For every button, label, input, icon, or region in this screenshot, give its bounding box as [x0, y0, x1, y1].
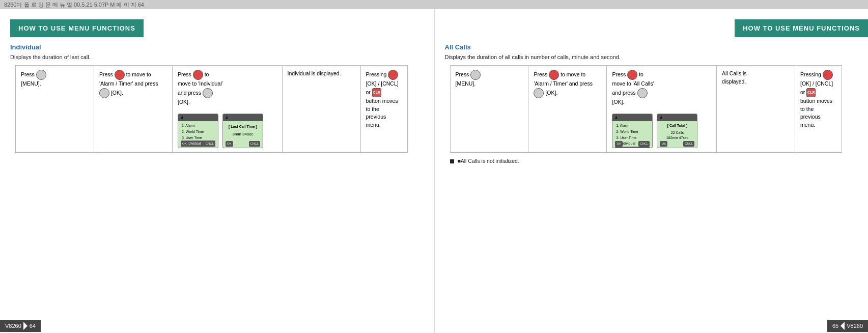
left-step-2: Press to move to'Alarm / Timer' and pres…	[94, 66, 172, 153]
left-screen-2: 📱 [ Last Call Time ] 3min 34sec OK CNCL	[222, 114, 263, 148]
r-prev-menu-label: button moves to theprevious menu.	[800, 98, 832, 128]
all-calls-displayed-label: All Calls isdisplayed.	[722, 70, 746, 85]
right-screens: 📱 1. Alarm 2. World Time 3. User Time 4.…	[612, 109, 711, 148]
right-screen-2: 📱 [ Call Total ] 22 Calls 182min 47sec O…	[657, 114, 697, 148]
right-screen-1-header: 📱	[612, 114, 652, 122]
ok-label2: [OK].	[178, 99, 190, 105]
left-header-banner: HOW TO USE MENU FUNCTIONS	[10, 19, 144, 37]
r-press-label: Press	[456, 71, 471, 77]
ok-cncl-label: [OK] / [CNCL] or	[366, 80, 399, 95]
right-screen-2-header: 📱	[657, 114, 697, 122]
right-step-1: Press [MENU].	[450, 66, 528, 153]
right-screen-2-content: [ Call Total ] 22 Calls 182min 47sec	[657, 121, 697, 142]
r-pressing-btn-icon	[823, 70, 833, 80]
left-page-num-box: V8260 64	[0, 320, 41, 332]
r-ok-label2: [OK].	[612, 99, 624, 105]
right-note: ■All Calls is not initialized.	[450, 158, 858, 164]
left-screen-2-content: [ Last Call Time ] 3min 34sec	[223, 121, 263, 138]
r-ok-btn2-icon	[637, 88, 648, 98]
left-page-content: Individual Displays the duration of last…	[0, 37, 434, 159]
r-pressing-label: Pressing	[800, 71, 823, 77]
top-bar: 8260이 폴 로 잉 문 메 뉴 얼 00.5.21 5:07P M 페 이 …	[0, 0, 868, 9]
left-step-3: Press tomove to 'Individual'and press [O…	[172, 66, 282, 153]
left-section-desc: Displays the duration of last call.	[10, 54, 424, 60]
note-text-content: ■All Calls is not initialized.	[457, 158, 519, 164]
right-steps-table: Press [MENU]. Press to move to'Alarm / T…	[450, 65, 843, 153]
left-step-4: Individual is displayed.	[282, 66, 360, 153]
right-page-footer: 65 V8260	[435, 319, 869, 333]
ok-btn-icon	[99, 88, 109, 98]
menu-btn-icon	[36, 70, 46, 80]
r-ok-btn-icon	[534, 88, 544, 98]
left-screen-2-header: 📱	[223, 114, 263, 122]
individual-displayed-label: Individual is displayed.	[288, 70, 341, 76]
left-section-title: Individual	[10, 43, 424, 51]
left-step-1: Press [MENU].	[16, 66, 94, 153]
left-screen-1: 📱 1. Alarm 2. World Time 3. User Time 4.…	[178, 114, 218, 148]
left-header-text: HOW TO USE MENU FUNCTIONS	[18, 24, 135, 32]
nav-btn2-icon	[193, 70, 203, 80]
ok-btn2-icon	[203, 88, 213, 98]
pressing-label: Pressing	[366, 71, 388, 77]
left-step-5: Pressing [OK] / [CNCL] or CLR button mov…	[360, 66, 407, 153]
left-screen-1-header: 📱	[178, 114, 218, 122]
right-step-5: Pressing [OK] / [CNCL] or CLR button mov…	[795, 66, 842, 153]
right-page-number: 65	[832, 323, 838, 329]
left-page-num-container: V8260 64	[0, 320, 41, 332]
right-page-label: V8260	[847, 323, 863, 329]
left-page-number: 64	[30, 323, 36, 329]
r-menu-btn-icon	[470, 70, 481, 80]
right-header-text: HOW TO USE MENU FUNCTIONS	[743, 24, 860, 32]
top-bar-text: 8260이 폴 로 잉 문 메 뉴 얼 00.5.21 5:07P M 페 이 …	[4, 1, 144, 9]
right-step-2: Press to move to'Alarm / Timer' and pres…	[528, 66, 607, 153]
left-screens: 📱 1. Alarm 2. World Time 3. User Time 4.…	[178, 109, 277, 148]
right-page-triangle-icon	[841, 322, 845, 330]
right-header-container: HOW TO USE MENU FUNCTIONS	[435, 9, 869, 37]
right-header-banner: HOW TO USE MENU FUNCTIONS	[735, 19, 868, 37]
ok-label: [OK].	[111, 90, 123, 96]
right-page-num-box: 65 V8260	[827, 320, 868, 332]
menu-label: [MENU].	[21, 80, 41, 87]
right-step-3: Press tomove to 'All Calls'and press [OK…	[607, 66, 717, 153]
nav-btn-icon	[115, 70, 125, 80]
prev-menu-label: button moves to theprevious menu.	[366, 98, 398, 128]
right-screen-1-footer: OK CNCL	[612, 141, 652, 147]
right-step-4: All Calls isdisplayed.	[717, 66, 795, 153]
left-page-triangle-icon	[23, 322, 27, 330]
r-clr-btn: CLR	[806, 88, 816, 97]
clr-btn: CLR	[372, 88, 381, 97]
left-steps-table: Press [MENU]. Press to move to'Alarm / T…	[15, 65, 408, 153]
r-nav-btn-icon	[549, 70, 559, 80]
r-menu-label: [MENU].	[456, 80, 476, 87]
press-label: Press	[21, 71, 36, 77]
right-screen-2-footer: OK CNCL	[657, 141, 697, 147]
right-page-content: All Calls Displays the duration of all c…	[435, 37, 869, 170]
right-section-desc: Displays the duration of all calls in nu…	[445, 54, 858, 60]
left-page-label: V8260	[5, 323, 21, 329]
right-page-num-container: 65 V8260	[827, 320, 868, 332]
note-square-icon	[450, 159, 454, 163]
right-section-title: All Calls	[445, 43, 858, 51]
r-press-label3: Press	[612, 71, 627, 77]
left-screen-2-footer: OK CNCL	[223, 141, 263, 147]
left-page-footer: V8260 64	[0, 319, 434, 333]
left-page: HOW TO USE MENU FUNCTIONS Individual Dis…	[0, 9, 434, 333]
r-ok-label: [OK].	[545, 90, 557, 96]
left-screen-1-footer: OK CNCL	[178, 141, 218, 147]
r-press-label2: Press	[534, 71, 549, 77]
right-screen-1: 📱 1. Alarm 2. World Time 3. User Time 4.…	[612, 114, 653, 148]
r-nav-btn2-icon	[627, 70, 637, 80]
pressing-btn-icon	[388, 70, 398, 80]
press-label3: Press	[178, 71, 193, 77]
right-page: HOW TO USE MENU FUNCTIONS All Calls Disp…	[435, 9, 869, 333]
r-ok-cncl-label: [OK] / [CNCL] or	[800, 80, 833, 95]
press-label2: Press	[99, 71, 115, 77]
